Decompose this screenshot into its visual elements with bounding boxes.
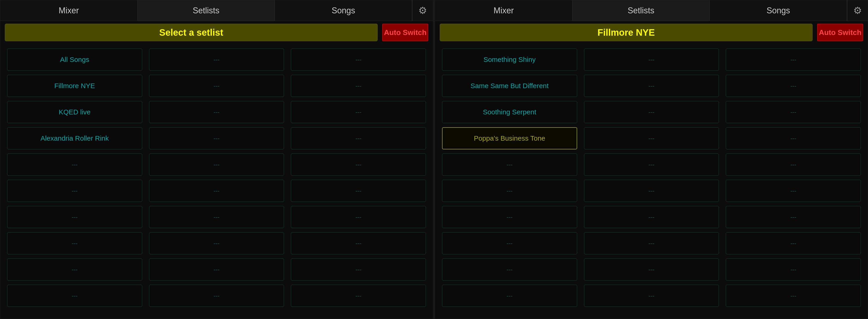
list-item[interactable]: --- bbox=[584, 101, 719, 123]
list-item[interactable]: --- bbox=[291, 127, 426, 149]
list-item[interactable]: --- bbox=[149, 127, 284, 149]
setlists-label-right: Setlists bbox=[627, 6, 654, 15]
mixer-label-right: Mixer bbox=[494, 6, 514, 15]
list-item[interactable]: --- bbox=[726, 232, 861, 254]
songs-label-right: Songs bbox=[767, 6, 790, 15]
content-right: Something Shiny Same Same But Different … bbox=[435, 44, 868, 319]
nav-bar-right: Mixer Setlists Songs ⚙ bbox=[435, 0, 868, 21]
list-item[interactable]: Same Same But Different bbox=[442, 75, 577, 97]
list-item[interactable]: --- bbox=[291, 206, 426, 228]
tab-songs-right[interactable]: Songs bbox=[710, 0, 847, 21]
list-item[interactable]: --- bbox=[726, 49, 861, 71]
list-item[interactable]: --- bbox=[291, 258, 426, 281]
setlist-title-text-left: Select a setlist bbox=[159, 27, 223, 38]
list-item[interactable]: --- bbox=[149, 258, 284, 281]
auto-switch-label-right: Auto Switch bbox=[819, 28, 862, 37]
setlist-title-left: Select a setlist bbox=[5, 24, 378, 41]
list-item[interactable]: --- bbox=[442, 206, 577, 228]
list-item[interactable]: --- bbox=[149, 101, 284, 123]
tab-songs-left[interactable]: Songs bbox=[275, 0, 412, 21]
list-item[interactable]: --- bbox=[291, 154, 426, 176]
auto-switch-button-right[interactable]: Auto Switch bbox=[817, 24, 863, 41]
list-item[interactable]: --- bbox=[7, 232, 142, 254]
list-item[interactable]: --- bbox=[442, 285, 577, 307]
gear-icon-left: ⚙ bbox=[418, 5, 427, 16]
list-item[interactable]: --- bbox=[584, 127, 719, 149]
list-item[interactable]: --- bbox=[584, 49, 719, 71]
list-item[interactable]: --- bbox=[149, 180, 284, 202]
list-item[interactable]: KQED live bbox=[7, 101, 142, 123]
list-item[interactable]: Something Shiny bbox=[442, 49, 577, 71]
list-item[interactable]: --- bbox=[584, 258, 719, 281]
panel-right: Mixer Setlists Songs ⚙ Fillmore NYE Auto… bbox=[435, 0, 868, 319]
list-item[interactable]: --- bbox=[726, 127, 861, 149]
list-item[interactable]: --- bbox=[726, 75, 861, 97]
list-item[interactable]: --- bbox=[726, 101, 861, 123]
mixer-label: Mixer bbox=[59, 6, 79, 15]
column-1-left: All Songs Fillmore NYE KQED live Alexand… bbox=[7, 49, 142, 314]
list-item[interactable]: --- bbox=[149, 232, 284, 254]
tab-mixer-right[interactable]: Mixer bbox=[435, 0, 572, 21]
list-item[interactable]: All Songs bbox=[7, 49, 142, 71]
setlists-label: Setlists bbox=[193, 6, 219, 15]
list-item[interactable]: --- bbox=[726, 285, 861, 307]
nav-bar-left: Mixer Setlists Songs ⚙ bbox=[0, 0, 433, 21]
gear-icon-right: ⚙ bbox=[853, 5, 862, 16]
gear-button-right[interactable]: ⚙ bbox=[847, 0, 868, 21]
setlist-title-text-right: Fillmore NYE bbox=[598, 27, 655, 38]
list-item[interactable]: --- bbox=[726, 180, 861, 202]
gear-button-left[interactable]: ⚙ bbox=[412, 0, 433, 21]
list-item[interactable]: Alexandria Roller Rink bbox=[7, 127, 142, 149]
tab-setlists-right[interactable]: Setlists bbox=[572, 0, 710, 21]
list-item[interactable]: --- bbox=[726, 154, 861, 176]
list-item[interactable]: --- bbox=[291, 180, 426, 202]
tab-setlists-left[interactable]: Setlists bbox=[137, 0, 275, 21]
list-item[interactable]: --- bbox=[7, 258, 142, 281]
panel-left: Mixer Setlists Songs ⚙ Select a setlist … bbox=[0, 0, 433, 319]
list-item[interactable]: --- bbox=[584, 75, 719, 97]
column-2-left: --- --- --- --- --- --- --- --- --- --- bbox=[149, 49, 284, 314]
list-item[interactable]: --- bbox=[726, 258, 861, 281]
auto-switch-label-left: Auto Switch bbox=[384, 28, 427, 37]
panel-divider bbox=[434, 0, 434, 319]
list-item[interactable]: --- bbox=[291, 49, 426, 71]
list-item[interactable]: --- bbox=[584, 206, 719, 228]
list-item[interactable]: --- bbox=[584, 285, 719, 307]
list-item[interactable]: --- bbox=[584, 232, 719, 254]
column-3-right: --- --- --- --- --- --- --- --- --- --- bbox=[726, 49, 861, 314]
list-item[interactable]: Fillmore NYE bbox=[7, 75, 142, 97]
content-left: All Songs Fillmore NYE KQED live Alexand… bbox=[0, 44, 433, 319]
tab-mixer-left[interactable]: Mixer bbox=[0, 0, 137, 21]
list-item[interactable]: --- bbox=[584, 154, 719, 176]
list-item[interactable]: --- bbox=[291, 232, 426, 254]
list-item[interactable]: --- bbox=[149, 285, 284, 307]
list-item[interactable]: --- bbox=[291, 285, 426, 307]
songs-label: Songs bbox=[332, 6, 355, 15]
list-item[interactable]: Poppa's Business Tone bbox=[442, 127, 577, 149]
list-item[interactable]: --- bbox=[584, 180, 719, 202]
list-item[interactable]: Soothing Serpent bbox=[442, 101, 577, 123]
auto-switch-button-left[interactable]: Auto Switch bbox=[382, 24, 428, 41]
list-item[interactable]: --- bbox=[726, 206, 861, 228]
list-item[interactable]: --- bbox=[149, 154, 284, 176]
list-item[interactable]: --- bbox=[442, 258, 577, 281]
list-item[interactable]: --- bbox=[291, 101, 426, 123]
list-item[interactable]: --- bbox=[149, 75, 284, 97]
list-item[interactable]: --- bbox=[149, 49, 284, 71]
list-item[interactable]: --- bbox=[7, 180, 142, 202]
list-item[interactable]: --- bbox=[442, 180, 577, 202]
column-3-left: --- --- --- --- --- --- --- --- --- --- bbox=[291, 49, 426, 314]
list-item[interactable]: --- bbox=[149, 206, 284, 228]
list-item[interactable]: --- bbox=[7, 285, 142, 307]
setlist-title-right: Fillmore NYE bbox=[440, 24, 812, 41]
list-item[interactable]: --- bbox=[442, 232, 577, 254]
list-item[interactable]: --- bbox=[442, 154, 577, 176]
list-item[interactable]: --- bbox=[7, 154, 142, 176]
header-left: Select a setlist Auto Switch bbox=[0, 21, 433, 44]
column-2-right: --- --- --- --- --- --- --- --- --- --- bbox=[584, 49, 719, 314]
list-item[interactable]: --- bbox=[291, 75, 426, 97]
header-right: Fillmore NYE Auto Switch bbox=[435, 21, 868, 44]
list-item[interactable]: --- bbox=[7, 206, 142, 228]
column-1-right: Something Shiny Same Same But Different … bbox=[442, 49, 577, 314]
